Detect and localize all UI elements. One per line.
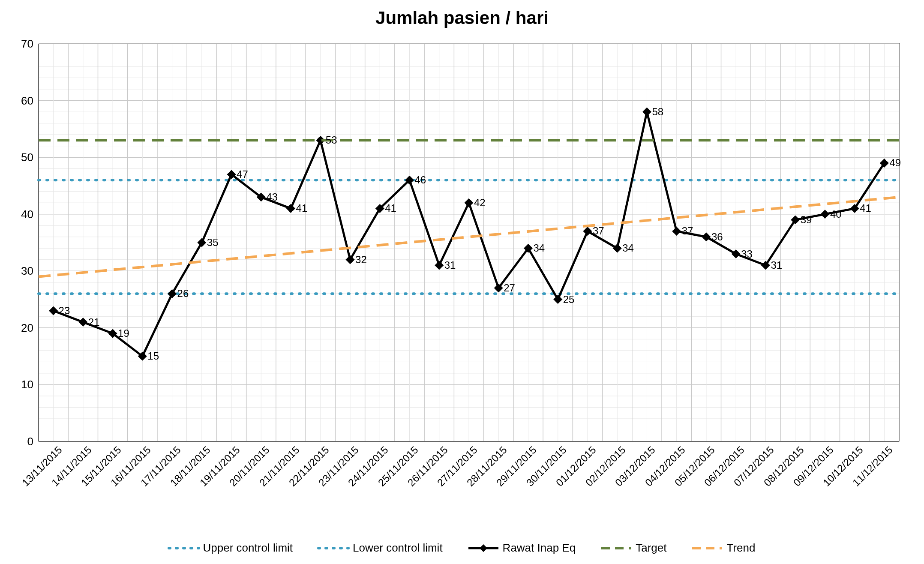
data-label: 15	[147, 350, 159, 362]
legend-swatch	[692, 542, 722, 555]
legend-item: Lower control limit	[318, 541, 443, 555]
data-label: 27	[504, 282, 515, 294]
svg-marker-99	[49, 306, 58, 315]
legend-label: Lower control limit	[353, 541, 443, 555]
y-tick-label: 70	[8, 37, 39, 51]
legend-label: Upper control limit	[203, 541, 293, 555]
chart-title: Jumlah pasien / hari	[0, 8, 924, 28]
svg-marker-107	[287, 204, 295, 213]
svg-marker-112	[435, 261, 444, 270]
legend-swatch	[601, 542, 631, 555]
data-label: 36	[711, 231, 723, 243]
svg-marker-113	[465, 198, 473, 207]
y-tick-label: 30	[8, 264, 39, 278]
data-label: 41	[385, 202, 396, 214]
legend-item: Upper control limit	[169, 541, 293, 555]
legend-item: Rawat Inap Eq	[468, 541, 576, 555]
svg-marker-121	[702, 233, 711, 241]
plot-svg	[39, 44, 899, 441]
data-label: 42	[474, 197, 486, 209]
data-label: 41	[860, 202, 871, 214]
y-tick-label: 20	[8, 321, 39, 334]
legend-swatch	[468, 542, 498, 555]
data-label: 37	[682, 225, 693, 237]
data-label: 37	[593, 225, 604, 237]
data-label: 43	[266, 191, 278, 203]
svg-marker-100	[79, 318, 87, 327]
legend-swatch	[318, 542, 348, 555]
legend-item: Trend	[692, 541, 755, 555]
data-label: 33	[741, 248, 753, 260]
svg-marker-116	[554, 295, 562, 304]
legend-label: Target	[636, 541, 666, 555]
data-label: 32	[355, 254, 367, 266]
y-tick-label: 50	[8, 151, 39, 164]
data-label: 31	[444, 259, 456, 271]
legend: Upper control limitLower control limitRa…	[0, 541, 924, 555]
svg-marker-133	[480, 544, 487, 552]
legend-label: Rawat Inap Eq	[503, 541, 576, 555]
data-label: 49	[889, 157, 901, 169]
plot-area: 01020304050607013/11/201514/11/201515/11…	[39, 43, 900, 441]
svg-marker-103	[168, 289, 177, 298]
data-label: 35	[207, 237, 219, 249]
data-label: 46	[415, 174, 426, 186]
svg-marker-122	[732, 250, 740, 258]
y-tick-label: 0	[8, 435, 39, 448]
legend-item: Target	[601, 541, 666, 555]
data-label: 23	[59, 305, 70, 317]
legend-label: Trend	[726, 541, 755, 555]
svg-marker-119	[642, 108, 651, 116]
data-label: 25	[563, 294, 575, 306]
data-label: 39	[801, 214, 812, 226]
data-label: 26	[177, 288, 189, 300]
svg-marker-125	[821, 210, 829, 219]
svg-marker-104	[198, 238, 206, 247]
data-label: 19	[118, 327, 129, 339]
svg-marker-120	[672, 227, 681, 235]
svg-marker-118	[613, 244, 621, 252]
legend-swatch	[169, 542, 199, 555]
data-label: 53	[326, 134, 337, 146]
svg-marker-117	[583, 227, 592, 235]
data-label: 41	[296, 202, 308, 214]
data-label: 58	[652, 106, 663, 118]
y-tick-label: 40	[8, 207, 39, 221]
svg-marker-109	[346, 255, 354, 264]
data-label: 34	[622, 242, 634, 254]
y-tick-label: 10	[8, 378, 39, 391]
chart-container: Jumlah pasien / hari 01020304050607013/1…	[0, 0, 924, 564]
y-tick-label: 60	[8, 94, 39, 107]
data-label: 40	[830, 208, 842, 220]
data-label: 47	[237, 168, 248, 180]
data-label: 31	[771, 259, 782, 271]
data-label: 21	[88, 316, 100, 328]
data-label: 34	[533, 242, 545, 254]
